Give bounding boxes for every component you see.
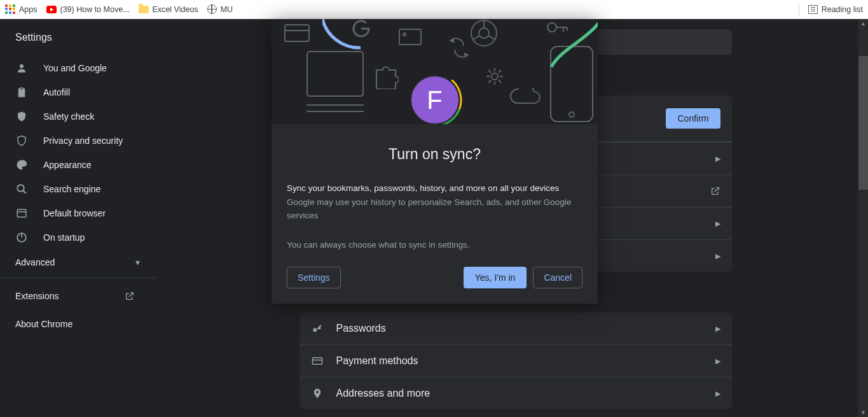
browser-icon <box>15 208 28 219</box>
settings-title: Settings <box>0 19 163 56</box>
scroll-down-icon[interactable]: ▼ <box>860 409 866 416</box>
refresh-icon <box>448 37 470 59</box>
chevron-right-icon: ▶ <box>715 325 720 333</box>
chevron-right-icon: ▶ <box>715 252 720 260</box>
svg-point-12 <box>316 391 319 393</box>
sidebar-item-label: On startup <box>43 232 85 243</box>
sidebar-advanced-label: Advanced <box>15 257 55 267</box>
location-icon <box>311 388 324 399</box>
google-g-icon <box>352 19 371 38</box>
svg-line-2 <box>23 190 26 194</box>
dialog-actions: Settings Yes, I'm in Cancel <box>272 251 598 304</box>
cancel-button[interactable]: Cancel <box>533 267 582 288</box>
svg-rect-15 <box>307 52 363 96</box>
bookmark-apps-label: Apps <box>19 5 38 14</box>
svg-rect-17 <box>399 29 421 45</box>
sidebar-item-label: Search engine <box>43 184 100 194</box>
svg-rect-10 <box>312 358 322 365</box>
folder-icon <box>139 6 149 13</box>
row-payment[interactable]: Payment methods ▶ <box>300 344 732 377</box>
chrome-icon <box>470 19 498 47</box>
dialog-title: Turn on sync? <box>272 146 598 163</box>
chevron-right-icon: ▶ <box>715 155 720 163</box>
settings-button[interactable]: Settings <box>287 267 341 288</box>
reading-list[interactable]: Reading list <box>808 5 863 14</box>
power-icon <box>15 232 28 243</box>
row-passwords[interactable]: Passwords ▶ <box>300 313 732 344</box>
svg-rect-13 <box>285 25 309 41</box>
sidebar-item-default-browser[interactable]: Default browser <box>0 201 163 225</box>
dialog-text-primary: Sync your bookmarks, passwords, history,… <box>287 182 582 195</box>
bookmark-mu-label: MU <box>221 5 233 14</box>
image-icon <box>399 29 422 45</box>
globe-icon <box>207 4 217 14</box>
apps-icon <box>5 4 15 15</box>
dialog-hero: F <box>272 19 598 124</box>
sidebar-extensions-label: Extensions <box>15 291 59 301</box>
sidebar-item-privacy[interactable]: Privacy and security <box>0 129 163 153</box>
palette-icon <box>15 159 28 171</box>
chevron-down-icon: ▾ <box>135 257 140 267</box>
person-icon <box>15 62 28 74</box>
credit-card-icon <box>311 355 324 367</box>
laptop-icon <box>307 51 364 121</box>
sidebar-about[interactable]: About Chrome <box>0 310 150 338</box>
reading-list-icon <box>808 5 818 14</box>
bookmark-excel[interactable]: Excel Videos <box>139 5 198 14</box>
svg-rect-3 <box>17 209 26 217</box>
chevron-right-icon: ▶ <box>715 220 720 228</box>
search-icon <box>15 183 28 195</box>
svg-point-0 <box>20 64 24 68</box>
sidebar-item-you-and-google[interactable]: You and Google <box>0 56 163 80</box>
sidebar-item-label: Default browser <box>43 208 106 218</box>
sidebar-about-label: About Chrome <box>15 319 72 329</box>
bookmark-youtube-label: (39) How to Move... <box>60 5 130 14</box>
yes-button[interactable]: Yes, I'm in <box>464 267 527 288</box>
reading-list-label: Reading list <box>822 5 863 14</box>
sidebar-item-search-engine[interactable]: Search engine <box>0 177 163 201</box>
external-link-icon <box>710 186 720 196</box>
gear-icon <box>485 67 504 86</box>
scroll-thumb[interactable] <box>858 56 868 190</box>
chevron-right-icon: ▶ <box>715 390 720 398</box>
dialog-note: You can always choose what to sync in se… <box>287 239 582 251</box>
bookmarks-bar: Apps (39) How to Move... Excel Videos MU… <box>0 0 868 19</box>
confirm-button[interactable]: Confirm <box>666 108 720 129</box>
sidebar-item-safety-check[interactable]: Safety check <box>0 104 163 129</box>
dialog-text-secondary: Google may use your history to personali… <box>287 196 582 222</box>
row-label: Addresses and more <box>336 388 431 399</box>
autofill-card: Passwords ▶ Payment methods ▶ Addresses … <box>300 313 732 409</box>
sidebar-item-label: Autofill <box>43 87 70 97</box>
bookmark-youtube[interactable]: (39) How to Move... <box>46 5 130 14</box>
sidebar-item-label: Appearance <box>43 160 92 170</box>
row-addresses[interactable]: Addresses and more ▶ <box>300 377 732 409</box>
sidebar-item-appearance[interactable]: Appearance <box>0 153 163 177</box>
bookmark-apps[interactable]: Apps <box>5 4 38 15</box>
clipboard-icon <box>15 87 28 98</box>
row-label: Passwords <box>336 323 386 334</box>
sidebar-item-on-startup[interactable]: On startup <box>0 225 163 250</box>
settings-sidebar: Settings You and Google Autofill Safety … <box>0 19 163 417</box>
scroll-up-icon[interactable]: ▲ <box>860 20 866 27</box>
scrollbar[interactable]: ▲ ▼ <box>858 19 868 417</box>
separator <box>799 4 799 15</box>
dialog-avatar: F <box>410 75 460 124</box>
svg-point-19 <box>492 73 498 80</box>
chevron-right-icon: ▶ <box>715 357 720 365</box>
row-label: Payment methods <box>336 355 418 367</box>
bookmark-mu[interactable]: MU <box>207 4 233 14</box>
svg-point-25 <box>569 112 574 117</box>
divider <box>0 278 155 278</box>
sidebar-item-label: Safety check <box>43 111 94 122</box>
sidebar-item-label: Privacy and security <box>43 136 123 146</box>
sidebar-item-label: You and Google <box>43 63 107 73</box>
sidebar-item-autofill[interactable]: Autofill <box>0 80 163 104</box>
puzzle-icon <box>373 64 399 89</box>
sidebar-advanced[interactable]: Advanced ▾ <box>0 250 140 274</box>
svg-point-9 <box>313 328 317 332</box>
key-icon <box>311 323 324 334</box>
external-link-icon <box>125 291 135 301</box>
green-curve <box>539 19 598 70</box>
sidebar-extensions[interactable]: Extensions <box>0 282 150 310</box>
dialog-body: Sync your bookmarks, passwords, history,… <box>272 163 598 251</box>
